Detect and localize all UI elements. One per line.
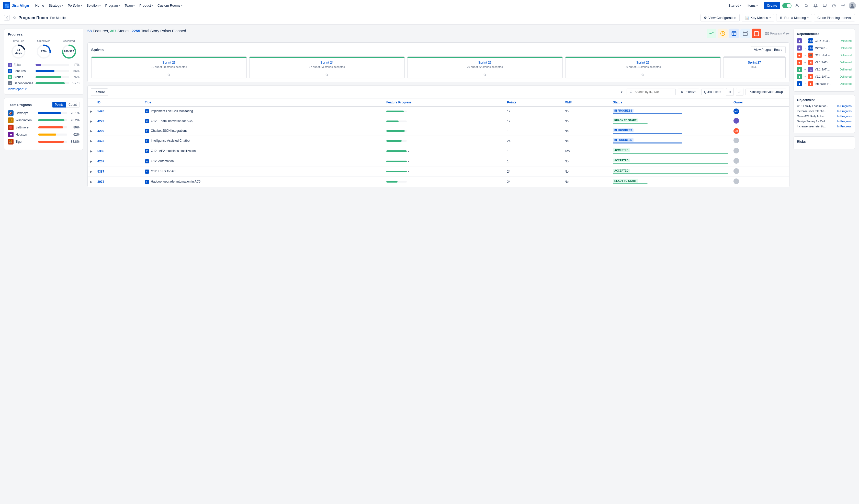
nav-starred[interactable]: Starred ▾ <box>726 2 743 9</box>
row-expand[interactable]: ▶ <box>90 160 92 163</box>
th-owner[interactable]: Owner <box>731 98 789 107</box>
nav-product[interactable]: Product ▾ <box>137 2 155 9</box>
program-view-label: Program View <box>770 32 789 35</box>
prioritize-button[interactable]: ⇅ Prioritize <box>678 89 699 95</box>
toggle-switch[interactable] <box>782 3 792 8</box>
objective-name[interactable]: Increase user retentio... <box>797 110 836 113</box>
nav-portfolio[interactable]: Portfolio ▾ <box>66 2 84 9</box>
nav-custom-rooms[interactable]: Custom Rooms ▾ <box>155 2 185 9</box>
stories-pct: 76% <box>71 75 79 79</box>
meeting-icon: 🖥 <box>780 16 783 20</box>
row-expand[interactable]: ▶ <box>90 139 92 142</box>
tab-count[interactable]: Count <box>66 102 79 108</box>
row-expand[interactable]: ▶ <box>90 110 92 113</box>
feature-id[interactable]: 5387 <box>97 170 104 173</box>
program-view-toggle[interactable]: Program View <box>765 31 789 35</box>
dep-name[interactable]: G12: DB c... <box>815 39 838 42</box>
objective-name[interactable]: Design Survey for Call... <box>797 120 836 123</box>
burnup-button[interactable]: Planning Interval BurnUp <box>745 89 786 95</box>
row-expand[interactable]: ▶ <box>90 129 92 132</box>
search-icon[interactable] <box>803 2 810 9</box>
nav-solution[interactable]: Solution ▾ <box>85 2 103 9</box>
settings-icon[interactable] <box>840 2 847 9</box>
profile-icon[interactable] <box>794 2 801 9</box>
nav-items[interactable]: Items ▾ <box>745 2 760 9</box>
feature-id[interactable]: 5386 <box>97 149 104 153</box>
dep-name[interactable]: Interface: P... <box>815 82 838 85</box>
objective-name[interactable]: Increase user retentio... <box>797 125 836 128</box>
notifications-icon[interactable] <box>812 2 819 9</box>
sub-header: ❮ ☆ Program Room For Mobile ⚙ View Confi… <box>0 11 859 25</box>
points-cell: 24 <box>504 136 562 146</box>
th-id[interactable]: ID <box>95 98 142 107</box>
search-input[interactable] <box>635 90 673 94</box>
feedback-icon[interactable] <box>821 2 828 9</box>
star-icon[interactable]: ☆ <box>13 15 16 20</box>
user-avatar[interactable] <box>849 2 856 9</box>
feature-id[interactable]: 5426 <box>97 110 104 113</box>
collapse-button[interactable]: ❮ <box>4 15 10 21</box>
tab-points[interactable]: Points <box>52 102 66 108</box>
view-icon-3[interactable] <box>729 29 739 38</box>
objective-name[interactable]: Grow iOS Daily Active ... <box>797 115 836 118</box>
help-icon[interactable] <box>830 2 838 9</box>
th-status[interactable]: Status <box>610 98 731 107</box>
row-expand[interactable]: ▶ <box>90 120 92 123</box>
view-configuration-button[interactable]: ⚙ View Configuration <box>700 14 740 21</box>
sprint-24-name[interactable]: Sprint 24 <box>252 61 402 64</box>
key-metrics-button[interactable]: 📊 Key Metrics ▾ <box>742 14 774 21</box>
view-program-board-button[interactable]: View Program Board <box>751 46 786 53</box>
th-title[interactable]: Title <box>142 98 384 107</box>
feature-id[interactable]: 3973 <box>97 180 104 184</box>
view-icon-2[interactable] <box>718 29 727 38</box>
create-button[interactable]: Create <box>764 2 780 9</box>
dep-name[interactable]: V2.1 SAT ... <box>815 68 838 71</box>
row-expand[interactable]: ▶ <box>90 180 92 183</box>
sprint-25-name[interactable]: Sprint 25 <box>410 61 560 64</box>
washington-icon: 🌻 <box>8 117 14 123</box>
close-planning-interval-button[interactable]: Close Planning Interval <box>814 14 855 21</box>
nav-program[interactable]: Program ▾ <box>103 2 122 9</box>
feature-id[interactable]: 3422 <box>97 139 104 143</box>
washington-bar-fill <box>38 119 64 121</box>
feature-filter-select[interactable]: Feature <box>91 88 108 96</box>
quick-filters-button[interactable]: Quick Filters <box>701 89 724 95</box>
view-icon-4[interactable] <box>740 29 750 38</box>
row-expand[interactable]: ▶ <box>90 170 92 173</box>
sprint-27-name[interactable]: Sprint 27 <box>725 61 783 64</box>
features-bar-fill <box>35 70 55 72</box>
status-bar <box>613 123 648 124</box>
row-expand[interactable]: ▶ <box>90 149 92 153</box>
sprint-26-name[interactable]: Sprint 26 <box>568 61 719 64</box>
th-progress[interactable]: Feature Progress <box>384 98 504 107</box>
expand-icon[interactable]: ⤢ <box>736 88 743 96</box>
feature-id[interactable]: 4209 <box>97 129 104 133</box>
view-icon-5[interactable] <box>752 29 762 38</box>
dep-name[interactable]: Mirrored ... <box>815 46 838 49</box>
search-box[interactable] <box>627 89 676 95</box>
nav-team[interactable]: Team ▾ <box>122 2 137 9</box>
dep-arrow-icon: → <box>803 61 807 64</box>
nav-strategy[interactable]: Strategy ▾ <box>46 2 65 9</box>
accepted-value: 280/367 <box>64 50 74 53</box>
dep-name[interactable]: G12: Hadoo... <box>815 53 838 57</box>
run-meeting-button[interactable]: 🖥 Run a Meeting ▾ <box>776 14 812 21</box>
dependencies-section: Dependencies ◆ → Cha G12: DB c... Delive… <box>794 29 855 92</box>
th-points[interactable]: Points <box>504 98 562 107</box>
view-report-link[interactable]: View report ↗ <box>8 87 79 91</box>
sprint-23-name[interactable]: Sprint 23 <box>93 61 244 64</box>
feature-id[interactable]: 4273 <box>97 120 104 123</box>
mmf-cell: No <box>562 177 610 187</box>
dep-arrow-icon: → <box>803 68 807 71</box>
th-mmf[interactable]: MMF <box>562 98 610 107</box>
feature-id[interactable]: 4207 <box>97 160 104 163</box>
objective-name[interactable]: G13 Family Feature for... <box>797 105 836 108</box>
feature-title: G12: ESRs for AC5 <box>151 170 177 173</box>
app-logo[interactable]: Jira Align <box>3 2 29 9</box>
view-icon-1[interactable] <box>707 29 717 38</box>
dep-name[interactable]: V2.1 SAT ... <box>815 75 838 78</box>
nav-home[interactable]: Home <box>33 2 46 9</box>
sprint-24-body: Sprint 24 67 out of 83 stories accepted <box>250 58 404 71</box>
settings-filter-icon[interactable]: ⚙ <box>726 88 734 96</box>
dep-name[interactable]: V2.1 SAT - ... <box>815 61 838 64</box>
